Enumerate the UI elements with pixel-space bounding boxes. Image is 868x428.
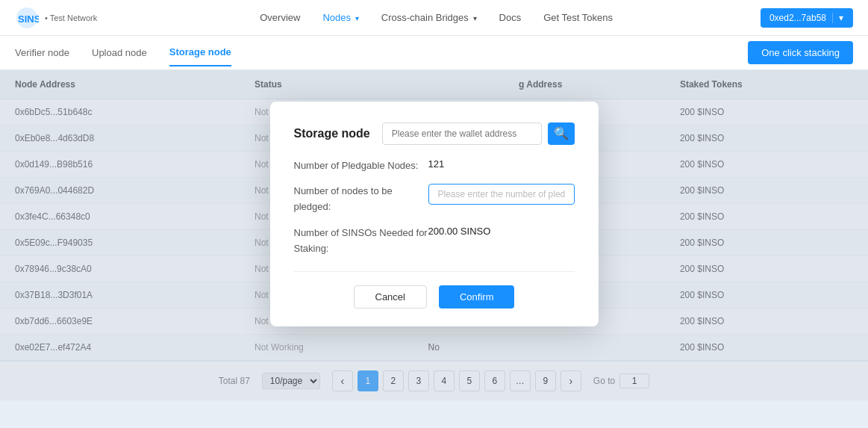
search-icon: 🔍 <box>554 127 569 140</box>
modal-actions: Cancel Confirm <box>294 285 575 308</box>
pledgable-value: 121 <box>428 158 445 170</box>
modal-backdrop: Storage node 🔍 Number of Pledgable Nodes… <box>0 0 868 428</box>
modal-divider <box>294 271 575 272</box>
sinso-needed-row: Number of SINSOs Needed for Staking: 200… <box>294 226 575 257</box>
sinso-needed-label: Number of SINSOs Needed for Staking: <box>294 226 428 257</box>
pledge-count-input[interactable] <box>428 184 575 205</box>
modal-search-row: 🔍 <box>382 122 575 145</box>
pledge-count-label: Number of nodes to be pledged: <box>294 184 428 215</box>
modal-wallet-search-input[interactable] <box>382 122 542 145</box>
confirm-button[interactable]: Confirm <box>439 285 515 308</box>
pledge-count-row: Number of nodes to be pledged: <box>294 184 575 215</box>
pledgable-label: Number of Pledgable Nodes: <box>294 158 428 174</box>
storage-node-modal: Storage node 🔍 Number of Pledgable Nodes… <box>270 102 599 327</box>
cancel-button[interactable]: Cancel <box>354 285 427 308</box>
sinso-needed-value: 200.00 SINSO <box>428 226 491 237</box>
modal-search-button[interactable]: 🔍 <box>548 122 575 145</box>
pledgable-nodes-row: Number of Pledgable Nodes: 121 <box>294 158 575 174</box>
modal-title: Storage node <box>294 127 370 140</box>
